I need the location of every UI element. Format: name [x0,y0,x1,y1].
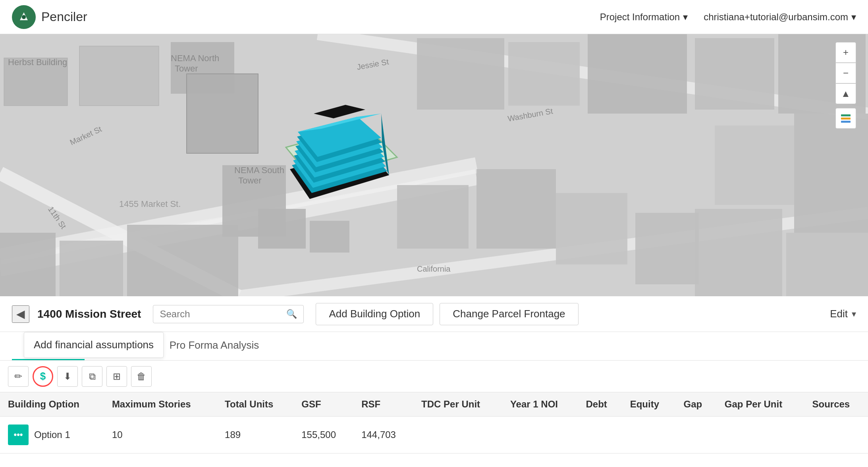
app-title: Penciler [41,10,87,24]
back-icon: ◀ [16,307,25,320]
logo-icon [12,5,36,29]
table-toolbar: ✏ $ ⬇ ⧉ ⊞ 🗑 [0,361,868,392]
col-gap: Gap [676,392,717,417]
col-max-stories: Maximum Stories [104,392,217,417]
map-area[interactable]: Herbst Building NEMA North Tower NEMA So… [0,34,868,296]
grid-icon: ⊞ [113,371,121,382]
project-info-label: Project Information [600,12,680,23]
svg-rect-24 [0,233,56,296]
address-label: 1400 Mission Street [37,308,141,320]
option-name: Option 1 [34,429,70,440]
svg-text:NEMA North: NEMA North [171,53,219,63]
cell-max-stories: 10 [104,417,217,453]
table-area: ✏ $ ⬇ ⧉ ⊞ 🗑 Building Option Maximum Stor… [0,361,868,453]
svg-text:1455 Market St.: 1455 Market St. [119,199,181,209]
change-parcel-frontage-button[interactable]: Change Parcel Frontage [440,303,578,325]
svg-rect-47 [476,169,556,249]
cell-year1-noi [502,417,578,453]
copy-icon: ⧉ [89,371,96,382]
toolbar-right: Edit ▾ [830,308,856,320]
svg-rect-49 [635,213,699,284]
edit-row-button[interactable]: ✏ [8,366,29,387]
svg-text:Tower: Tower [238,176,262,185]
copy-button[interactable]: ⧉ [82,366,102,387]
cell-rsf: 144,703 [353,417,413,453]
svg-text:NEMA South: NEMA South [234,165,284,175]
financial-assumptions-button[interactable]: $ [33,366,53,387]
logo-area: Penciler [12,5,87,29]
financial-tooltip: Add financial assumptions [24,332,164,358]
edit-dropdown-icon[interactable]: ▾ [852,309,856,319]
col-rsf: RSF [353,392,413,417]
layers-icon [839,112,852,125]
col-gsf: GSF [293,392,353,417]
svg-rect-45 [310,221,349,253]
svg-rect-44 [258,209,306,249]
search-icon: 🔍 [286,309,297,319]
more-icon: ••• [14,430,23,440]
svg-rect-20 [715,125,794,205]
svg-rect-62 [841,118,851,120]
back-button[interactable]: ◀ [12,305,29,323]
svg-rect-12 [79,46,159,106]
svg-text:Herbst Building: Herbst Building [8,57,67,67]
layers-button[interactable] [835,108,856,129]
toolbar: ◀ 1400 Mission Street 🔍 Add Building Opt… [0,296,868,332]
financial-tooltip-text: Add financial assumptions [34,339,154,351]
cell-equity [622,417,676,453]
svg-rect-48 [556,193,627,264]
col-year1-noi: Year 1 NOI [502,392,578,417]
svg-text:California: California [417,264,451,273]
svg-rect-29 [127,225,238,296]
svg-rect-15 [417,38,504,110]
summary-table: Building Option Maximum Stories Total Un… [0,392,868,453]
map-controls: + − ▲ [835,42,856,129]
col-gap-per-unit: Gap Per Unit [717,392,804,417]
svg-rect-22 [695,209,782,296]
project-info-button[interactable]: Project Information ▾ [600,12,688,23]
tabs-container: Add financial assumptions Summary Buildi… [0,332,868,361]
zoom-in-button[interactable]: + [835,42,856,63]
compass-button[interactable]: ▲ [835,83,856,104]
cell-tdc-per-unit [413,417,502,453]
svg-rect-26 [187,74,258,153]
edit-button[interactable]: Edit [830,308,848,320]
table-header-row: Building Option Maximum Stories Total Un… [0,392,868,417]
map-background: Herbst Building NEMA North Tower NEMA So… [0,34,868,296]
col-total-units: Total Units [217,392,293,417]
col-equity: Equity [622,392,676,417]
col-sources: Sources [804,392,868,417]
cell-total-units: 189 [217,417,293,453]
header-right: Project Information ▾ christiana+tutoria… [600,12,856,23]
zoom-out-button[interactable]: − [835,63,856,83]
svg-rect-16 [508,42,580,106]
col-tdc-per-unit: TDC Per Unit [413,392,502,417]
svg-rect-46 [397,185,469,249]
svg-point-2 [22,15,26,19]
svg-rect-18 [695,38,774,110]
search-box: 🔍 [153,305,304,323]
svg-rect-25 [60,241,123,296]
edit-row-icon: ✏ [14,371,22,382]
svg-text:Tower: Tower [175,64,198,73]
col-debt: Debt [578,392,622,417]
search-input[interactable] [160,309,282,320]
table-body: ••• Option 1 10 189 155,500 144,703 [0,417,868,453]
option-marker: ••• [8,425,29,445]
download-icon: ⬇ [64,371,71,382]
app-header: Penciler Project Information ▾ christian… [0,0,868,34]
user-menu-button[interactable]: christiana+tutorial@urbansim.com ▾ [704,12,856,23]
col-building-option: Building Option [0,392,104,417]
user-menu-chevron: ▾ [851,12,856,23]
project-info-chevron: ▾ [683,12,688,23]
cell-gap [676,417,717,453]
tab-pro-forma[interactable]: Pro Forma Analysis [155,332,273,360]
svg-rect-61 [841,114,851,116]
cell-sources [804,417,868,453]
grid-button[interactable]: ⊞ [106,366,127,387]
cell-building-option: ••• Option 1 [0,417,104,453]
download-button[interactable]: ⬇ [57,366,78,387]
delete-button[interactable]: 🗑 [131,366,152,387]
table-row: ••• Option 1 10 189 155,500 144,703 [0,417,868,453]
add-building-option-button[interactable]: Add Building Option [316,303,433,325]
